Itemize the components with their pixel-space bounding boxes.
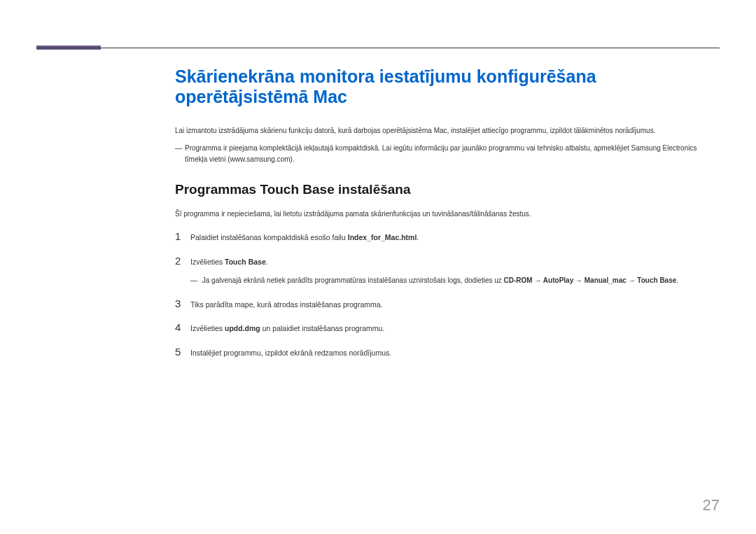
step-number: 1 bbox=[175, 230, 190, 242]
main-content: Skārienekrāna monitora iestatījumu konfi… bbox=[175, 66, 720, 370]
step-item: 3 Tiks parādīta mape, kurā atrodas insta… bbox=[175, 297, 720, 311]
step-text: Izvēlieties Touch Base. Ja galvenajā ekr… bbox=[190, 255, 678, 286]
step-text: Palaidiet instalēšanas kompaktdiskā esoš… bbox=[190, 230, 419, 244]
note-text: Programma ir pieejama komplektācijā iekļ… bbox=[175, 143, 720, 165]
step-item: 2 Izvēlieties Touch Base. Ja galvenajā e… bbox=[175, 255, 720, 286]
top-rule bbox=[36, 48, 720, 48]
steps-list: 1 Palaidiet instalēšanas kompaktdiskā es… bbox=[175, 230, 720, 359]
step-text: Instalējiet programmu, izpildot ekrānā r… bbox=[190, 346, 391, 359]
step-subnote: Ja galvenajā ekrānā netiek parādīts prog… bbox=[190, 275, 678, 286]
step-text: Izvēlieties updd.dmg un palaidiet instal… bbox=[190, 321, 384, 335]
step-text: Tiks parādīta mape, kurā atrodas instalē… bbox=[190, 297, 383, 311]
section-title: Programmas Touch Base instalēšana bbox=[175, 182, 720, 197]
step-item: 1 Palaidiet instalēšanas kompaktdiskā es… bbox=[175, 230, 720, 244]
page-number: 27 bbox=[703, 496, 720, 514]
intro-text: Lai izmantotu izstrādājuma skārienu funk… bbox=[175, 125, 720, 136]
step-number: 2 bbox=[175, 255, 190, 267]
step-number: 4 bbox=[175, 321, 190, 333]
step-item: 4 Izvēlieties updd.dmg un palaidiet inst… bbox=[175, 321, 720, 335]
step-number: 5 bbox=[175, 346, 190, 358]
page-heading: Skārienekrāna monitora iestatījumu konfi… bbox=[175, 66, 720, 107]
step-number: 3 bbox=[175, 297, 190, 309]
step-item: 5 Instalējiet programmu, izpildot ekrānā… bbox=[175, 346, 720, 359]
section-desc: Šī programma ir nepieciešama, lai lietot… bbox=[175, 209, 720, 219]
